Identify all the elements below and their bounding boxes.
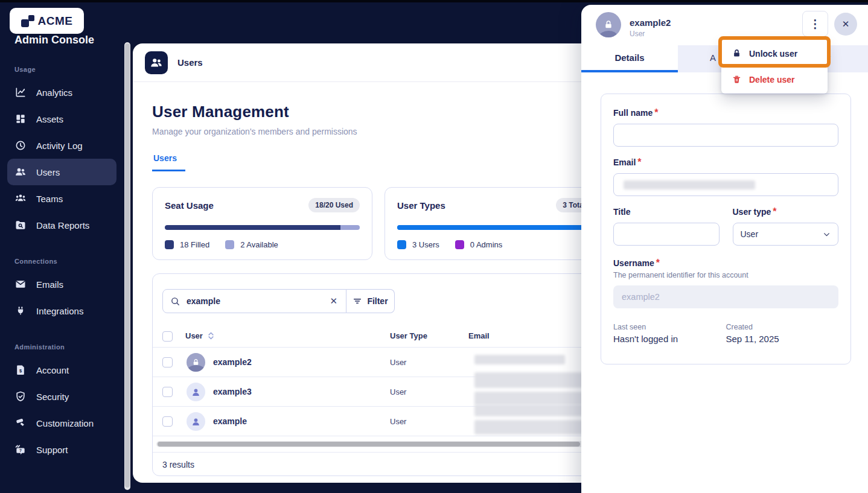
sidebar-title: Admin Console	[14, 34, 124, 46]
user-actions-menu: Unlock user Delete user	[721, 39, 828, 94]
column-header-email: Email	[468, 331, 490, 340]
data-reports-icon	[14, 219, 27, 231]
required-asterisk: *	[637, 157, 641, 167]
user-avatar	[187, 412, 205, 431]
full-name-label: Full name	[613, 108, 653, 118]
clock-icon	[14, 139, 27, 151]
menu-item-delete-user[interactable]: Delete user	[721, 66, 828, 92]
last-seen-value: Hasn't logged in	[613, 334, 726, 344]
close-panel-button[interactable]: ✕	[834, 13, 857, 36]
person-icon	[191, 416, 201, 427]
brand-logo[interactable]: ACME	[10, 8, 84, 34]
vertical-scrollbar[interactable]	[124, 42, 130, 490]
sort-icon[interactable]	[208, 331, 214, 340]
legend-users-label: 3 Users	[412, 240, 439, 249]
sidebar-item-security[interactable]: Security	[7, 383, 116, 410]
created-label: Created	[726, 323, 839, 331]
billing-document-icon: $	[14, 364, 27, 376]
select-all-checkbox[interactable]	[162, 331, 173, 342]
menu-item-unlock-user[interactable]: Unlock user	[721, 40, 828, 66]
locked-user-avatar	[187, 353, 205, 372]
vertical-scrollbar-thumb[interactable]	[125, 43, 130, 488]
avatar-silhouette	[599, 31, 617, 37]
tab-partial-occluded[interactable]: A	[710, 52, 716, 63]
sidebar-item-assets[interactable]: Assets	[7, 106, 116, 132]
last-seen-label: Last seen	[613, 323, 726, 331]
plug-icon	[14, 305, 27, 317]
svg-text:?: ?	[19, 448, 22, 453]
menu-item-label: Unlock user	[749, 49, 797, 59]
sidebar-item-label: Assets	[36, 114, 63, 124]
row-user-name: example	[213, 416, 247, 426]
row-checkbox[interactable]	[162, 416, 173, 427]
user-types-title: User Types	[397, 200, 445, 211]
search-input[interactable]	[187, 296, 322, 306]
tab-details[interactable]: Details	[581, 45, 678, 72]
filled-swatch	[165, 240, 174, 249]
sidebar-item-teams[interactable]: Teams	[7, 185, 116, 212]
close-icon: ✕	[842, 19, 850, 30]
column-header-user[interactable]: User	[185, 331, 214, 340]
email-field[interactable]	[613, 173, 838, 196]
sidebar-item-activity-log[interactable]: Activity Log	[7, 132, 116, 159]
email-label: Email	[613, 157, 636, 167]
sidebar-item-label: Emails	[36, 279, 63, 290]
user-type-select[interactable]: User	[733, 223, 839, 246]
row-user-name: example3	[213, 387, 252, 396]
more-actions-button[interactable]: ⋮	[802, 11, 828, 37]
redacted-email	[474, 355, 565, 364]
title-field[interactable]	[613, 223, 720, 246]
sidebar-item-users[interactable]: Users	[7, 159, 116, 185]
sidebar-item-label: Users	[36, 167, 60, 177]
tab-users[interactable]: Users	[152, 153, 185, 171]
chevron-down-icon	[823, 231, 831, 238]
sidebar-item-analytics[interactable]: Analytics	[7, 79, 116, 106]
row-checkbox[interactable]	[162, 387, 173, 397]
sidebar-item-account[interactable]: $ Account	[7, 357, 116, 383]
sidebar-item-emails[interactable]: Emails	[7, 271, 116, 297]
sidebar-item-customization[interactable]: Customization	[7, 410, 116, 436]
user-details-form: Full name* Email* Title User type* User	[601, 94, 851, 364]
filter-button[interactable]: Filter	[346, 289, 395, 313]
sidebar-item-data-reports[interactable]: Data Reports	[7, 212, 116, 238]
seat-usage-title: Seat Usage	[165, 200, 214, 211]
users-icon	[14, 166, 27, 178]
sidebar-item-label: Customization	[36, 418, 94, 428]
sidebar-item-integrations[interactable]: Integrations	[7, 297, 116, 324]
users-icon	[150, 56, 163, 69]
sidebar-item-label: Account	[36, 365, 69, 375]
legend-users: 3 Users	[397, 240, 439, 249]
user-types-card: User Types 3 Total 3 Users 0 Admins	[385, 187, 605, 260]
column-header-user-label: User	[185, 331, 203, 340]
horizontal-scrollbar-thumb[interactable]	[158, 442, 580, 447]
required-asterisk: *	[773, 206, 776, 217]
filter-icon	[353, 296, 362, 306]
row-user-name: example2	[213, 357, 252, 367]
legend-admins: 0 Admins	[455, 240, 502, 249]
sidebar-item-label: Support	[36, 445, 68, 455]
search-box[interactable]: ✕	[162, 289, 346, 313]
seat-usage-progress-fill	[165, 225, 340, 230]
redacted-email	[474, 372, 589, 388]
support-chat-icon: ?	[14, 444, 27, 456]
full-name-field[interactable]	[613, 124, 838, 147]
row-checkbox[interactable]	[162, 357, 173, 367]
user-type-selected-value: User	[741, 229, 759, 239]
sidebar-item-label: Analytics	[36, 87, 72, 98]
username-field-disabled: example2	[613, 285, 838, 308]
paint-roller-icon	[14, 417, 27, 429]
legend-available-label: 2 Available	[240, 240, 278, 249]
seat-usage-badge: 18/20 Used	[308, 198, 360, 212]
brand-logo-text: ACME	[38, 14, 73, 28]
sidebar-item-support[interactable]: ? Support	[7, 436, 116, 463]
username-hint: The permanent identifier for this accoun…	[613, 271, 838, 279]
section-label-administration: Administration	[14, 343, 124, 351]
lock-icon	[604, 20, 613, 30]
person-icon	[191, 387, 201, 397]
page-header-title: Users	[177, 57, 203, 68]
filter-button-label: Filter	[367, 296, 388, 306]
clear-search-icon[interactable]: ✕	[328, 296, 339, 307]
legend-filled-label: 18 Filled	[180, 240, 209, 249]
user-types-progress-fill	[397, 225, 592, 230]
column-header-user-type: User Type	[390, 331, 427, 340]
